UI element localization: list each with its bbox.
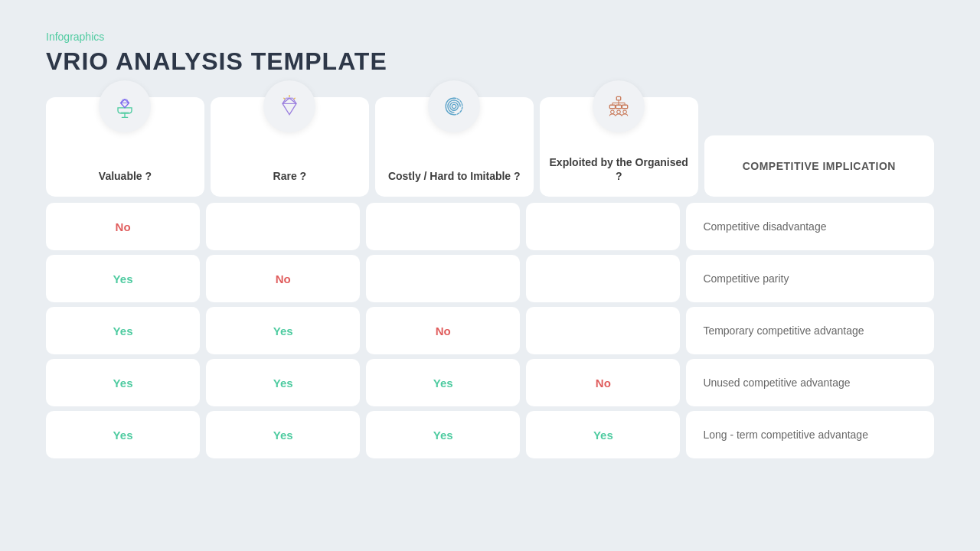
rare-icon-circle: [263, 80, 315, 132]
cell-rare-1: [206, 203, 360, 250]
cell-exploited-3: [526, 307, 680, 354]
cell-exploited-2: [526, 255, 680, 302]
svg-rect-22: [622, 105, 628, 109]
rare-icon: [276, 93, 303, 120]
col-header-valuable: Valuable ?: [46, 97, 204, 197]
page-title: VRIO ANALYSIS TEMPLATE: [46, 47, 934, 76]
cell-implication-1: Competitive disadvantage: [686, 203, 934, 250]
cell-rare-2: No: [206, 255, 360, 302]
valuable-icon: [111, 93, 139, 120]
cell-valuable-4: Yes: [46, 359, 200, 406]
cell-exploited-1: [526, 203, 680, 250]
cell-valuable-1: No: [46, 203, 200, 250]
data-rows: No Competitive disadvantage Yes No Compe…: [46, 203, 934, 458]
col-label-costly: Costly / Hard to Imitable ?: [388, 169, 521, 183]
valuable-icon-circle: [99, 80, 151, 132]
col-header-rare: Rare ?: [211, 97, 369, 197]
exploited-icon-circle: [593, 80, 645, 132]
header-row: Valuable ? Rare ?: [46, 97, 934, 197]
cell-costly-3: No: [366, 307, 520, 354]
table-row: No Competitive disadvantage: [46, 203, 934, 250]
svg-line-13: [284, 98, 285, 99]
cell-valuable-2: Yes: [46, 255, 200, 302]
svg-point-23: [611, 110, 615, 114]
table-row: Yes Yes No Temporary competitive advanta…: [46, 307, 934, 354]
cell-implication-2: Competitive parity: [686, 255, 934, 302]
svg-point-25: [623, 110, 627, 114]
cell-costly-4: Yes: [366, 359, 520, 406]
cell-valuable-3: Yes: [46, 307, 200, 354]
cell-implication-5: Long - term competitive advantage: [686, 411, 934, 458]
cell-rare-4: Yes: [206, 359, 360, 406]
col-header-costly: Costly / Hard to Imitable ?: [375, 97, 534, 197]
col-label-exploited: Exploited by the Organised ?: [547, 155, 691, 183]
col-label-implication: COMPETITIVE IMPLICATION: [743, 159, 896, 173]
svg-rect-20: [609, 105, 615, 109]
svg-rect-14: [616, 96, 620, 99]
cell-costly-1: [366, 203, 520, 250]
svg-point-24: [617, 110, 621, 114]
costly-icon: [440, 93, 468, 120]
page-label: Infographics: [46, 31, 934, 43]
vrio-table: Valuable ? Rare ?: [46, 97, 934, 458]
cell-costly-5: Yes: [366, 411, 520, 458]
table-row: Yes No Competitive parity: [46, 255, 934, 302]
table-row: Yes Yes Yes No Unused competitive advant…: [46, 359, 934, 406]
col-label-valuable: Valuable ?: [99, 169, 152, 183]
table-row: Yes Yes Yes Yes Long - term competitive …: [46, 411, 934, 458]
costly-icon-circle: [428, 80, 480, 132]
cell-exploited-5: Yes: [526, 411, 680, 458]
exploited-icon: [605, 93, 632, 120]
cell-costly-2: [366, 255, 520, 302]
cell-exploited-4: No: [526, 359, 680, 406]
svg-rect-21: [616, 105, 622, 109]
col-header-exploited: Exploited by the Organised ?: [540, 97, 698, 197]
cell-rare-5: Yes: [206, 411, 360, 458]
cell-implication-4: Unused competitive advantage: [686, 359, 934, 406]
col-label-rare: Rare ?: [273, 169, 307, 183]
cell-rare-3: Yes: [206, 307, 360, 354]
col-header-implication: COMPETITIVE IMPLICATION: [704, 135, 934, 197]
svg-line-12: [295, 98, 296, 99]
cell-implication-3: Temporary competitive advantage: [686, 307, 934, 354]
cell-valuable-5: Yes: [46, 411, 200, 458]
